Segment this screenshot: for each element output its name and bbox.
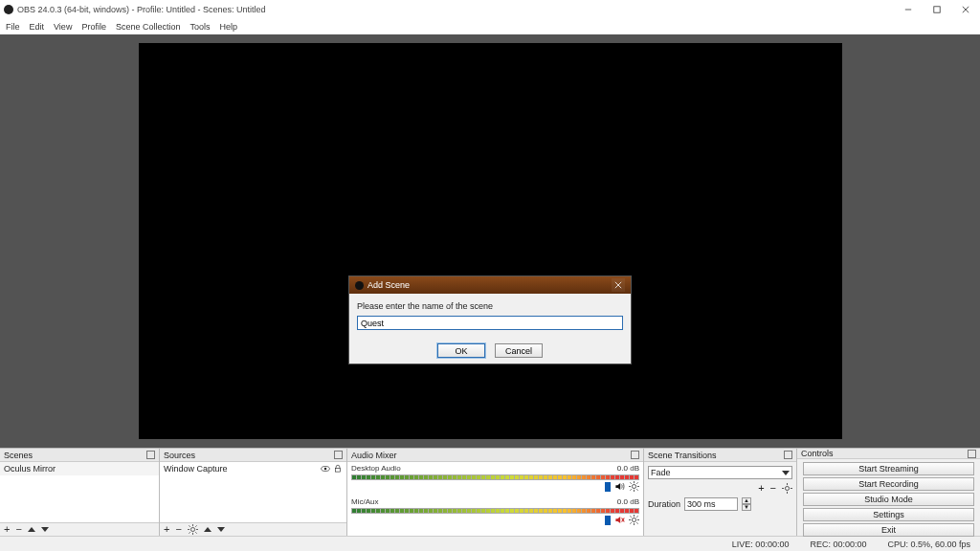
start-recording-button[interactable]: Start Recording: [803, 477, 974, 491]
dialog-close-button[interactable]: [612, 278, 625, 292]
close-button[interactable]: [951, 0, 980, 19]
source-label: Window Capture: [164, 464, 228, 474]
volume-slider[interactable]: [605, 516, 611, 525]
popout-icon[interactable]: [784, 451, 792, 459]
transitions-panel: Scene Transitions Fade + − Duration 300 …: [644, 449, 797, 536]
scene-name-input[interactable]: [357, 316, 623, 330]
menu-edit[interactable]: Edit: [30, 22, 45, 32]
dialog-prompt: Please enter the name of the scene: [357, 301, 623, 311]
duration-spinner[interactable]: ▲▼: [742, 497, 751, 511]
audio-meter: [351, 474, 639, 480]
audio-meter: [351, 508, 639, 514]
dialog-titlebar[interactable]: Add Scene: [349, 276, 631, 294]
popout-icon[interactable]: [334, 451, 343, 459]
channel-level: 0.0 dB: [617, 464, 639, 473]
start-streaming-button[interactable]: Start Streaming: [803, 462, 974, 475]
sources-title: Sources: [164, 451, 195, 460]
channel-settings-button[interactable]: [629, 481, 639, 492]
svg-rect-1: [934, 7, 940, 12]
svg-line-37: [630, 522, 631, 523]
channel-name: Desktop Audio: [351, 464, 401, 473]
svg-line-14: [189, 525, 189, 526]
svg-line-36: [636, 516, 637, 517]
lock-icon[interactable]: [333, 464, 343, 474]
svg-point-9: [190, 527, 194, 531]
transition-selected: Fade: [651, 468, 671, 477]
move-source-down-button[interactable]: [217, 527, 225, 532]
svg-line-17: [189, 532, 189, 533]
exit-button[interactable]: Exit: [803, 523, 974, 537]
scenes-title: Scenes: [4, 451, 33, 460]
status-cpu: CPU: 0.5%, 60.00 fps: [887, 540, 970, 549]
add-source-button[interactable]: +: [164, 524, 169, 535]
mixer-channel-mic: Mic/Aux0.0 dB: [347, 496, 643, 529]
preview-area: Add Scene Please enter the name of the s…: [0, 34, 980, 448]
status-live: LIVE: 00:00:00: [732, 540, 790, 549]
controls-panel: Controls Start Streaming Start Recording…: [797, 449, 980, 536]
controls-title: Controls: [801, 449, 834, 458]
window-titlebar: OBS 24.0.3 (64-bit, windows) - Profile: …: [0, 0, 980, 19]
move-source-up-button[interactable]: [204, 527, 212, 532]
remove-scene-button[interactable]: −: [15, 524, 21, 535]
studio-mode-button[interactable]: Studio Mode: [803, 493, 974, 506]
dialog-title: Add Scene: [368, 280, 410, 290]
scene-item[interactable]: Oculus Mirror: [0, 462, 159, 475]
channel-settings-button[interactable]: [629, 515, 639, 525]
svg-line-35: [636, 522, 637, 523]
transitions-title: Scene Transitions: [648, 451, 717, 460]
channel-level: 0.0 dB: [617, 497, 639, 506]
channel-name: Mic/Aux: [351, 497, 378, 506]
svg-point-18: [632, 484, 635, 488]
add-scene-button[interactable]: +: [4, 524, 10, 535]
preview-canvas[interactable]: [139, 43, 842, 439]
minimize-button[interactable]: [894, 0, 923, 19]
source-item[interactable]: Window Capture: [160, 462, 346, 475]
move-scene-down-button[interactable]: [41, 527, 49, 532]
audio-mixer-panel: Audio Mixer Desktop Audio0.0 dB Mic/Aux0…: [347, 449, 644, 536]
maximize-button[interactable]: [923, 0, 951, 19]
svg-line-16: [195, 525, 196, 526]
speaker-icon[interactable]: [614, 481, 625, 492]
remove-transition-button[interactable]: −: [770, 483, 776, 494]
mixer-title: Audio Mixer: [351, 451, 397, 460]
settings-button[interactable]: Settings: [803, 508, 974, 521]
add-transition-button[interactable]: +: [758, 483, 764, 494]
svg-line-24: [636, 489, 637, 490]
svg-line-15: [195, 532, 196, 533]
svg-rect-8: [336, 468, 341, 472]
svg-point-7: [324, 468, 327, 471]
transition-settings-button[interactable]: [782, 483, 792, 494]
popout-icon[interactable]: [146, 451, 155, 459]
svg-line-26: [630, 489, 631, 490]
duration-label: Duration: [648, 499, 680, 509]
popout-icon[interactable]: [631, 451, 639, 459]
popout-icon[interactable]: [968, 450, 976, 458]
mixer-channel-desktop: Desktop Audio0.0 dB: [347, 462, 643, 496]
add-scene-dialog: Add Scene Please enter the name of the s…: [348, 276, 632, 364]
scenes-panel: Scenes Oculus Mirror + −: [0, 449, 160, 536]
visibility-icon[interactable]: [321, 464, 330, 474]
menu-file[interactable]: File: [6, 22, 20, 32]
svg-point-29: [632, 518, 635, 521]
speaker-muted-icon[interactable]: [614, 515, 625, 525]
app-icon: [4, 5, 13, 14]
menu-view[interactable]: View: [54, 22, 72, 32]
svg-point-38: [785, 486, 789, 490]
window-title: OBS 24.0.3 (64-bit, windows) - Profile: …: [17, 5, 266, 14]
cancel-button[interactable]: Cancel: [495, 343, 543, 358]
chevron-down-icon: [782, 471, 790, 475]
source-properties-button[interactable]: [188, 524, 198, 535]
dialog-icon: [355, 281, 364, 290]
move-scene-up-button[interactable]: [28, 527, 35, 532]
menu-profile[interactable]: Profile: [81, 22, 106, 32]
sources-panel: Sources Window Capture + −: [160, 449, 347, 536]
transition-select[interactable]: Fade: [648, 466, 792, 479]
volume-slider[interactable]: [605, 482, 611, 492]
duration-field[interactable]: 300 ms: [684, 497, 738, 511]
ok-button[interactable]: OK: [437, 343, 485, 358]
menu-tools[interactable]: Tools: [189, 22, 210, 32]
remove-source-button[interactable]: −: [175, 524, 181, 535]
menu-help[interactable]: Help: [219, 22, 237, 32]
svg-line-34: [630, 516, 631, 517]
menu-scene-collection[interactable]: Scene Collection: [116, 22, 181, 32]
